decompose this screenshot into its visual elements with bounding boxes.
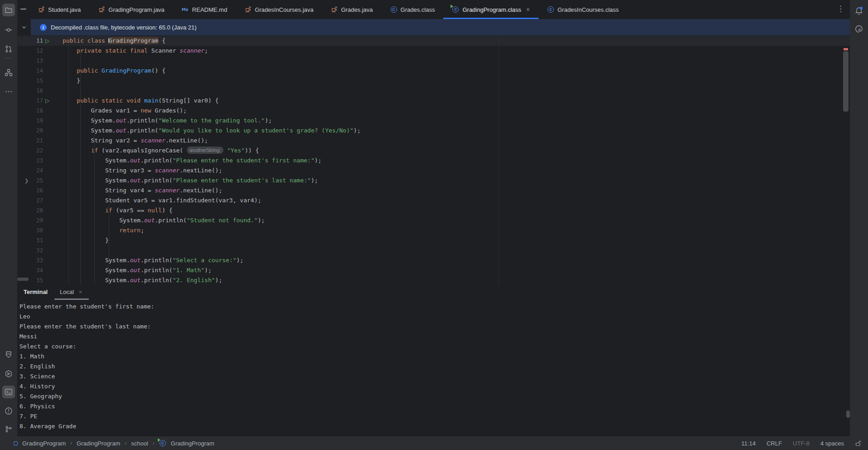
version-control-icon[interactable] bbox=[2, 423, 15, 435]
editor-tab-bar: Student.java GradingProgram.java README.… bbox=[17, 0, 850, 19]
breadcrumb-separator: › bbox=[125, 440, 126, 446]
project-folder-icon[interactable] bbox=[2, 4, 15, 16]
breadcrumb-item[interactable]: GradingProgram bbox=[77, 440, 120, 447]
tab-GradingProgram.java[interactable]: GradingProgram.java bbox=[89, 0, 173, 19]
banner-message: i Decompiled .class file, bytecode versi… bbox=[31, 19, 850, 35]
right-margin-guide bbox=[499, 35, 499, 285]
line-number: 16 bbox=[17, 86, 43, 96]
breadcrumb-item[interactable]: school bbox=[131, 440, 148, 447]
breadcrumb-item[interactable]: GradingProgram bbox=[22, 440, 66, 447]
tab-Grades.java[interactable]: Grades.java bbox=[322, 0, 381, 19]
line-number: 15 bbox=[17, 76, 43, 86]
class-file-icon: C bbox=[547, 6, 554, 13]
line-number: 22 bbox=[17, 146, 43, 156]
line-number: 20 bbox=[17, 126, 43, 136]
terminal-tab-underline bbox=[54, 298, 89, 300]
terminal-line: 3. Science bbox=[19, 372, 850, 382]
run-gutter-icon[interactable]: ▷ bbox=[45, 96, 52, 106]
line-number: 21 bbox=[17, 136, 43, 146]
terminal-tab-close-icon[interactable]: × bbox=[79, 289, 82, 295]
problems-icon[interactable] bbox=[2, 405, 15, 417]
commit-icon[interactable] bbox=[2, 24, 15, 36]
decompiler-banner: i Decompiled .class file, bytecode versi… bbox=[17, 19, 850, 35]
main-menu-icon[interactable] bbox=[20, 9, 26, 10]
code-line: System.out.println("2. English"); bbox=[63, 275, 222, 285]
code-line: System.out.println("Student not found.")… bbox=[63, 215, 265, 225]
code-line: String var4 = scanner.nextLine(); bbox=[63, 186, 222, 196]
code-line: public static void main(String[] var0) { bbox=[63, 96, 218, 106]
more-icon[interactable] bbox=[2, 85, 15, 98]
tab-label: GradesInCourses.class bbox=[558, 6, 619, 13]
code-line: System.out.println("Please enter the stu… bbox=[63, 156, 321, 166]
java-file-icon bbox=[98, 6, 105, 13]
tab-close-icon[interactable]: × bbox=[526, 6, 530, 13]
terminal-line: 2. English bbox=[19, 362, 850, 372]
line-number: 26 bbox=[17, 186, 43, 196]
line-number: 17 bbox=[17, 96, 43, 106]
ide-window: Student.java GradingProgram.java README.… bbox=[0, 0, 868, 450]
line-number: 23 bbox=[17, 156, 43, 166]
code-line: System.out.println("Select a course:"); bbox=[63, 255, 243, 265]
line-number: 32 bbox=[17, 245, 43, 255]
terminal-output[interactable]: Please enter the student's first name:Le… bbox=[17, 300, 850, 436]
code-line: } bbox=[63, 76, 80, 86]
breadcrumb-separator: › bbox=[70, 440, 72, 446]
terminal-scrollbar[interactable] bbox=[846, 411, 850, 418]
structure-icon[interactable] bbox=[2, 66, 15, 79]
indent-style[interactable]: 4 spaces bbox=[820, 440, 844, 447]
tab-Grades.class[interactable]: CGrades.class bbox=[382, 0, 444, 19]
tab-GradesInCourses.java[interactable]: GradesInCourses.java bbox=[236, 0, 322, 19]
tab-README.md[interactable]: README.md bbox=[173, 0, 236, 19]
terminal-line: 8. Average Grade bbox=[19, 421, 850, 431]
bookmarks-icon[interactable] bbox=[2, 348, 15, 361]
error-stripe-mark bbox=[844, 48, 848, 50]
code-line: System.out.println("1. Math"); bbox=[63, 265, 212, 275]
banner-collapse-icon[interactable] bbox=[17, 19, 31, 35]
main-area: Student.java GradingProgram.java README.… bbox=[17, 0, 850, 436]
breadcrumb-separator: › bbox=[153, 440, 155, 446]
pull-requests-icon[interactable] bbox=[2, 43, 15, 55]
editor-vertical-scrollbar[interactable] bbox=[843, 51, 849, 112]
tab-label: GradingProgram.class bbox=[462, 6, 521, 13]
caret-position[interactable]: 11:14 bbox=[742, 440, 756, 447]
line-number: 27 bbox=[17, 196, 43, 205]
class-file-run-icon: C bbox=[159, 440, 166, 447]
breadcrumb-item[interactable]: GradingProgram bbox=[171, 440, 214, 447]
tab-Student.java[interactable]: Student.java bbox=[29, 0, 89, 19]
code-line: return; bbox=[63, 225, 144, 235]
code-line: private static final Scanner scanner; bbox=[63, 46, 208, 56]
terminal-line: Leo bbox=[19, 312, 850, 322]
line-number: 24 bbox=[17, 166, 43, 176]
code-editor[interactable]: 11▷121314151617▷1819202122232425❯2627282… bbox=[17, 35, 850, 285]
class-file-run-icon: C bbox=[452, 6, 459, 13]
banner-text: Decompiled .class file, bytecode version… bbox=[51, 24, 197, 31]
terminal-tab-local[interactable]: Local × bbox=[54, 285, 87, 300]
status-widgets: 11:14 CRLF UTF-8 4 spaces bbox=[742, 440, 868, 447]
line-number: 11 bbox=[17, 36, 43, 46]
notifications-icon[interactable] bbox=[853, 5, 865, 17]
line-separator[interactable]: CRLF bbox=[766, 440, 782, 447]
left-toolbar-strip bbox=[0, 0, 17, 436]
tab-overflow-menu-icon[interactable]: ⋮ bbox=[837, 4, 844, 14]
run-gutter-icon[interactable]: ▷ bbox=[45, 36, 52, 46]
lock-open-icon[interactable] bbox=[855, 440, 862, 447]
line-number: 34 bbox=[17, 265, 43, 275]
code-line: System.out.println("Please enter the stu… bbox=[63, 176, 318, 186]
fold-gutter-icon[interactable]: ❯ bbox=[24, 176, 31, 186]
toolbar-divider bbox=[4, 58, 13, 59]
terminal-tab-label: Local bbox=[60, 289, 74, 295]
code-line: String var3 = scanner.nextLine(); bbox=[63, 166, 222, 176]
file-encoding[interactable]: UTF-8 bbox=[793, 440, 810, 447]
line-number: 18 bbox=[17, 106, 43, 116]
terminal-panel-header: Terminal Local × bbox=[17, 285, 850, 300]
tab-GradesInCourses.class[interactable]: CGradesInCourses.class bbox=[538, 0, 627, 19]
ai-assistant-icon[interactable] bbox=[853, 23, 865, 35]
code-line: System.out.println("Welcome to the gradi… bbox=[63, 116, 272, 126]
terminal-line: Messi bbox=[19, 332, 850, 342]
code-line: if (var2.equalsIgnoreCase( anotherString… bbox=[63, 146, 259, 156]
services-icon[interactable] bbox=[2, 367, 15, 380]
terminal-line: 7. PE bbox=[19, 411, 850, 421]
editor-horizontal-scrollbar[interactable] bbox=[17, 278, 29, 281]
terminal-icon[interactable] bbox=[2, 386, 15, 398]
tab-GradingProgram.class[interactable]: CGradingProgram.class× bbox=[443, 0, 538, 19]
